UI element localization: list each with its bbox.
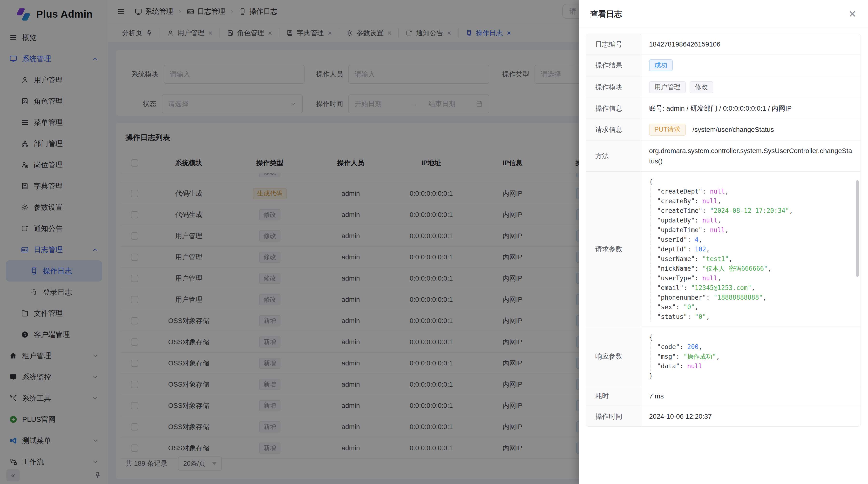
detail-row-响应参数: 响应参数{"code": 200,"msg": "操作成功","data": n…	[586, 327, 861, 386]
drawer-header: 查看日志 ✕	[579, 0, 868, 28]
detail-value: 2024-10-06 12:20:37	[641, 407, 861, 426]
detail-text: org.dromara.system.controller.system.Sys…	[649, 146, 852, 167]
module-tag: 修改	[689, 81, 713, 93]
drawer-title: 查看日志	[590, 9, 622, 20]
code-line: }	[649, 371, 852, 381]
code-line: "data": null	[650, 361, 852, 371]
detail-text: 1842781986426159106	[649, 39, 720, 50]
code-line: "status": "0",	[650, 312, 852, 322]
detail-value: 1842781986426159106	[641, 34, 861, 54]
detail-value: org.dromara.system.controller.system.Sys…	[641, 141, 861, 171]
detail-label: 响应参数	[586, 327, 641, 386]
detail-label: 耗时	[586, 386, 641, 406]
detail-label: 请求信息	[586, 119, 641, 140]
detail-label: 操作结果	[586, 55, 641, 76]
code-line: "createBy": null,	[650, 196, 852, 206]
json-code-block: {"createDept": null,"createBy": null,"cr…	[649, 177, 852, 322]
detail-row-请求参数: 请求参数{"createDept": null,"createBy": null…	[586, 171, 861, 327]
detail-value: PUT请求/system/user/changeStatus	[641, 119, 861, 140]
request-url: /system/user/changeStatus	[692, 124, 774, 135]
drawer-body: 日志编号1842781986426159106操作结果成功操作模块用户管理修改操…	[579, 28, 868, 427]
detail-value: {"code": 200,"msg": "操作成功","data": null}	[641, 327, 861, 386]
code-line: "createTime": "2024-08-12 17:20:34",	[650, 206, 852, 216]
detail-row-方法: 方法org.dromara.system.controller.system.S…	[586, 140, 861, 171]
detail-value: 用户管理修改	[641, 76, 861, 98]
detail-label: 方法	[586, 141, 641, 171]
code-line: {	[649, 177, 852, 187]
code-line: "phonenumber": "18888888888",	[650, 293, 852, 302]
json-code-block: {"code": 200,"msg": "操作成功","data": null}	[649, 332, 852, 381]
detail-value: 账号: admin / 研发部门 / 0:0:0:0:0:0:0:1 / 内网I…	[641, 98, 861, 118]
app-root: Plus Admin 概览系统管理用户管理角色管理菜单管理部门管理岗位管理字典管…	[0, 0, 868, 484]
log-detail-table: 日志编号1842781986426159106操作结果成功操作模块用户管理修改操…	[586, 34, 861, 427]
detail-value: 7 ms	[641, 386, 861, 406]
code-line: "nickName": "仅本人 密码666666",	[650, 264, 852, 273]
detail-row-日志编号: 日志编号1842781986426159106	[586, 34, 861, 54]
code-line: "updateBy": null,	[650, 216, 852, 225]
code-line: "email": "12345@1253.com",	[650, 283, 852, 293]
detail-label: 请求参数	[586, 172, 641, 327]
detail-row-操作时间: 操作时间2024-10-06 12:20:37	[586, 406, 861, 426]
detail-text: 7 ms	[649, 391, 664, 401]
module-tag: 用户管理	[649, 81, 686, 93]
code-line: "userId": 4,	[650, 235, 852, 245]
detail-value: 成功	[641, 55, 861, 76]
detail-text: 账号: admin / 研发部门 / 0:0:0:0:0:0:0:1 / 内网I…	[649, 103, 792, 114]
tag-group: 用户管理修改	[649, 81, 713, 93]
detail-value: {"createDept": null,"createBy": null,"cr…	[641, 172, 861, 327]
code-line: "userName": "test1",	[650, 254, 852, 264]
log-detail-drawer: 查看日志 ✕ 日志编号1842781986426159106操作结果成功操作模块…	[579, 0, 868, 484]
detail-label: 操作信息	[586, 98, 641, 118]
code-line: "updateTime": null,	[650, 225, 852, 235]
detail-label: 操作时间	[586, 407, 641, 426]
request-method-tag: PUT请求	[649, 124, 686, 136]
code-line: "createDept": null,	[650, 187, 852, 196]
detail-text: 2024-10-06 12:20:37	[649, 411, 712, 422]
code-line: "deptId": 102,	[650, 245, 852, 254]
detail-row-请求信息: 请求信息PUT请求/system/user/changeStatus	[586, 119, 861, 140]
scrollbar-thumb[interactable]	[856, 180, 859, 277]
code-line: "userType": null,	[650, 273, 852, 283]
close-icon[interactable]: ✕	[848, 9, 857, 19]
detail-row-操作结果: 操作结果成功	[586, 54, 861, 76]
code-line: "msg": "操作成功",	[650, 352, 852, 361]
code-line: "code": 200,	[650, 342, 852, 352]
detail-row-操作模块: 操作模块用户管理修改	[586, 76, 861, 98]
detail-label: 日志编号	[586, 34, 641, 54]
status-tag: 成功	[649, 59, 673, 71]
code-line: "sex": "0",	[650, 302, 852, 312]
detail-row-操作信息: 操作信息账号: admin / 研发部门 / 0:0:0:0:0:0:0:1 /…	[586, 98, 861, 118]
detail-row-耗时: 耗时7 ms	[586, 386, 861, 406]
code-line: {	[649, 332, 852, 342]
modal-overlay[interactable]	[0, 0, 579, 484]
detail-label: 操作模块	[586, 76, 641, 98]
